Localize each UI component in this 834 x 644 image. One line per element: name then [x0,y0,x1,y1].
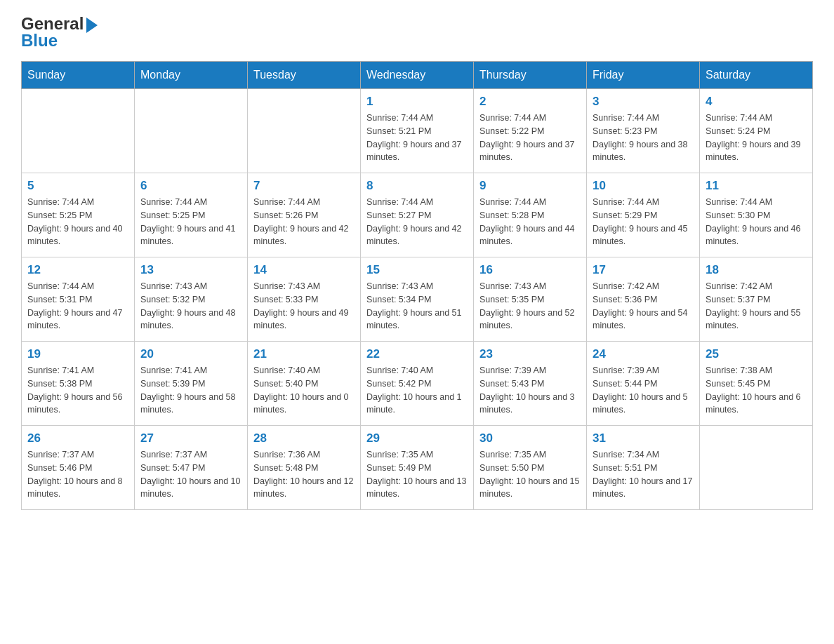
day-number: 9 [479,179,581,193]
calendar-cell [135,89,248,173]
day-info: Sunrise: 7:40 AMSunset: 5:42 PMDaylight:… [366,364,468,417]
day-number: 25 [706,347,807,361]
day-info: Sunrise: 7:44 AMSunset: 5:25 PMDaylight:… [140,196,241,248]
day-info: Sunrise: 7:44 AMSunset: 5:25 PMDaylight:… [27,196,128,248]
day-info: Sunrise: 7:39 AMSunset: 5:44 PMDaylight:… [593,364,694,417]
calendar-cell: 10Sunrise: 7:44 AMSunset: 5:29 PMDayligh… [587,173,700,257]
dow-header-monday: Monday [135,62,248,89]
calendar-cell: 23Sunrise: 7:39 AMSunset: 5:43 PMDayligh… [474,342,587,426]
day-info: Sunrise: 7:37 AMSunset: 5:47 PMDaylight:… [140,448,241,501]
day-number: 28 [253,431,355,445]
logo: General Blue [21,14,98,50]
week-row-4: 26Sunrise: 7:37 AMSunset: 5:46 PMDayligh… [22,426,813,510]
day-number: 23 [479,347,581,361]
day-info: Sunrise: 7:44 AMSunset: 5:28 PMDaylight:… [479,196,581,248]
calendar-cell: 30Sunrise: 7:35 AMSunset: 5:50 PMDayligh… [474,426,587,510]
calendar-cell: 3Sunrise: 7:44 AMSunset: 5:23 PMDaylight… [587,89,700,173]
day-info: Sunrise: 7:44 AMSunset: 5:31 PMDaylight:… [27,280,128,333]
calendar-cell: 1Sunrise: 7:44 AMSunset: 5:21 PMDaylight… [361,89,474,173]
dow-header-friday: Friday [587,62,700,89]
day-number: 18 [706,263,807,277]
day-info: Sunrise: 7:42 AMSunset: 5:37 PMDaylight:… [706,280,807,333]
day-number: 10 [593,179,694,193]
day-info: Sunrise: 7:36 AMSunset: 5:48 PMDaylight:… [253,448,355,501]
day-info: Sunrise: 7:43 AMSunset: 5:32 PMDaylight:… [140,280,241,333]
day-number: 17 [593,263,694,277]
week-row-0: 1Sunrise: 7:44 AMSunset: 5:21 PMDaylight… [22,89,813,173]
day-number: 3 [593,95,694,109]
day-info: Sunrise: 7:43 AMSunset: 5:35 PMDaylight:… [479,280,581,333]
calendar-cell: 14Sunrise: 7:43 AMSunset: 5:33 PMDayligh… [248,257,361,342]
day-number: 13 [140,263,241,277]
day-info: Sunrise: 7:44 AMSunset: 5:26 PMDaylight:… [253,196,355,248]
calendar-cell: 19Sunrise: 7:41 AMSunset: 5:38 PMDayligh… [22,342,135,426]
week-row-2: 12Sunrise: 7:44 AMSunset: 5:31 PMDayligh… [22,257,813,342]
dow-header-wednesday: Wednesday [361,62,474,89]
calendar-cell: 2Sunrise: 7:44 AMSunset: 5:22 PMDaylight… [474,89,587,173]
calendar-cell: 8Sunrise: 7:44 AMSunset: 5:27 PMDaylight… [361,173,474,257]
page-header: General Blue [21,14,813,50]
calendar-cell [22,89,135,173]
calendar-cell: 26Sunrise: 7:37 AMSunset: 5:46 PMDayligh… [22,426,135,510]
calendar-cell: 6Sunrise: 7:44 AMSunset: 5:25 PMDaylight… [135,173,248,257]
day-info: Sunrise: 7:44 AMSunset: 5:30 PMDaylight:… [706,196,807,248]
calendar-cell: 31Sunrise: 7:34 AMSunset: 5:51 PMDayligh… [587,426,700,510]
day-number: 19 [27,347,128,361]
week-row-3: 19Sunrise: 7:41 AMSunset: 5:38 PMDayligh… [22,342,813,426]
day-number: 11 [706,179,807,193]
day-number: 31 [593,431,694,445]
day-info: Sunrise: 7:42 AMSunset: 5:36 PMDaylight:… [593,280,694,333]
calendar-cell: 12Sunrise: 7:44 AMSunset: 5:31 PMDayligh… [22,257,135,342]
day-info: Sunrise: 7:44 AMSunset: 5:21 PMDaylight:… [366,112,468,164]
day-number: 29 [366,431,468,445]
day-number: 7 [253,179,355,193]
day-info: Sunrise: 7:38 AMSunset: 5:45 PMDaylight:… [706,364,807,417]
calendar-cell: 16Sunrise: 7:43 AMSunset: 5:35 PMDayligh… [474,257,587,342]
day-number: 4 [706,95,807,109]
day-number: 15 [366,263,468,277]
day-number: 6 [140,179,241,193]
day-number: 5 [27,179,128,193]
calendar-cell: 25Sunrise: 7:38 AMSunset: 5:45 PMDayligh… [700,342,813,426]
day-number: 30 [479,431,581,445]
day-info: Sunrise: 7:44 AMSunset: 5:22 PMDaylight:… [479,112,581,164]
calendar-cell: 18Sunrise: 7:42 AMSunset: 5:37 PMDayligh… [700,257,813,342]
day-info: Sunrise: 7:35 AMSunset: 5:49 PMDaylight:… [366,448,468,501]
day-number: 14 [253,263,355,277]
logo-blue: Blue [21,31,98,51]
day-info: Sunrise: 7:35 AMSunset: 5:50 PMDaylight:… [479,448,581,501]
day-info: Sunrise: 7:44 AMSunset: 5:27 PMDaylight:… [366,196,468,248]
calendar-cell: 22Sunrise: 7:40 AMSunset: 5:42 PMDayligh… [361,342,474,426]
day-info: Sunrise: 7:44 AMSunset: 5:23 PMDaylight:… [593,112,694,164]
calendar-cell: 15Sunrise: 7:43 AMSunset: 5:34 PMDayligh… [361,257,474,342]
day-number: 21 [253,347,355,361]
day-info: Sunrise: 7:37 AMSunset: 5:46 PMDaylight:… [27,448,128,501]
calendar-cell: 27Sunrise: 7:37 AMSunset: 5:47 PMDayligh… [135,426,248,510]
calendar-cell: 13Sunrise: 7:43 AMSunset: 5:32 PMDayligh… [135,257,248,342]
day-info: Sunrise: 7:39 AMSunset: 5:43 PMDaylight:… [479,364,581,417]
calendar-cell: 4Sunrise: 7:44 AMSunset: 5:24 PMDaylight… [700,89,813,173]
week-row-1: 5Sunrise: 7:44 AMSunset: 5:25 PMDaylight… [22,173,813,257]
calendar-cell [248,89,361,173]
day-info: Sunrise: 7:40 AMSunset: 5:40 PMDaylight:… [253,364,355,417]
day-number: 24 [593,347,694,361]
day-number: 26 [27,431,128,445]
day-number: 1 [366,95,468,109]
day-number: 16 [479,263,581,277]
day-number: 27 [140,431,241,445]
day-info: Sunrise: 7:41 AMSunset: 5:39 PMDaylight:… [140,364,241,417]
calendar-cell: 5Sunrise: 7:44 AMSunset: 5:25 PMDaylight… [22,173,135,257]
calendar-cell: 17Sunrise: 7:42 AMSunset: 5:36 PMDayligh… [587,257,700,342]
calendar-cell: 29Sunrise: 7:35 AMSunset: 5:49 PMDayligh… [361,426,474,510]
day-number: 8 [366,179,468,193]
day-number: 2 [479,95,581,109]
day-info: Sunrise: 7:44 AMSunset: 5:29 PMDaylight:… [593,196,694,248]
calendar-cell: 7Sunrise: 7:44 AMSunset: 5:26 PMDaylight… [248,173,361,257]
day-number: 12 [27,263,128,277]
calendar-cell [700,426,813,510]
day-info: Sunrise: 7:34 AMSunset: 5:51 PMDaylight:… [593,448,694,501]
dow-header-sunday: Sunday [22,62,135,89]
day-info: Sunrise: 7:43 AMSunset: 5:34 PMDaylight:… [366,280,468,333]
day-number: 22 [366,347,468,361]
calendar-cell: 28Sunrise: 7:36 AMSunset: 5:48 PMDayligh… [248,426,361,510]
